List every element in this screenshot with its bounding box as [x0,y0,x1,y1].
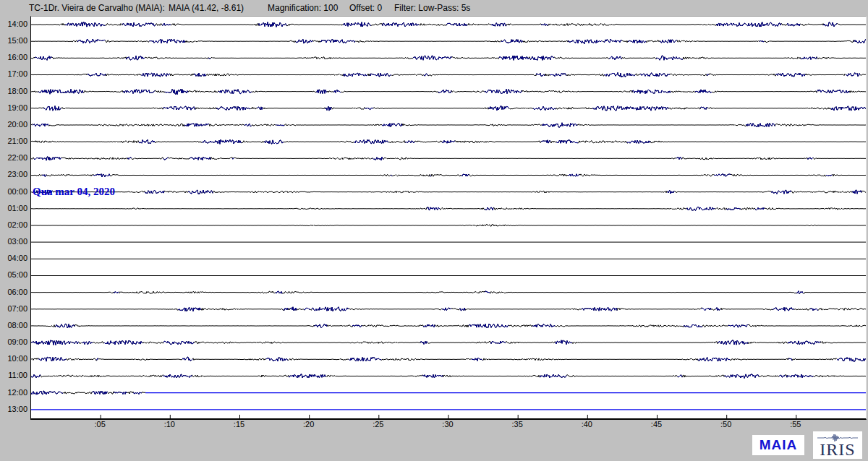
minute-tick-label: :30 [442,420,453,428]
station-title: TC-1Dr. Vieira de Carvalho (MAIA): [29,3,165,13]
time-label: 18:00 [7,87,27,95]
header-bar: TC-1Dr. Vieira de Carvalho (MAIA): MAIA … [0,0,868,16]
time-label: 04:00 [7,254,27,262]
maia-logo: MAIA [752,435,804,455]
maia-logo-text: MAIA [760,437,798,453]
filter-label: Filter: Low-Pass: 5s [394,3,470,13]
iris-logo: IRIS [813,431,862,459]
time-axis-labels: 14:0015:0016:0017:0018:0019:0020:0021:00… [0,0,29,461]
minute-tick-label: :40 [582,420,592,428]
time-label: 14:00 [7,20,27,28]
minute-tick-label: :35 [512,420,523,428]
time-label: 23:00 [7,170,27,178]
iris-logo-text: IRIS [820,441,855,458]
time-label: 12:00 [7,388,27,397]
seismograph-app-window: TC-1Dr. Vieira de Carvalho (MAIA): MAIA … [0,0,868,461]
time-label: 09:00 [7,337,27,346]
time-label: 19:00 [7,103,27,112]
time-label: 22:00 [7,153,27,162]
minute-tick-label: :50 [720,420,731,428]
time-label: 08:00 [7,321,27,329]
minute-tick-label: :25 [373,420,383,428]
minute-tick-label: :45 [651,420,662,428]
station-coordinates: MAIA (41.42, -8.61) [169,3,244,13]
time-label: 03:00 [7,237,27,246]
time-label: 00:00 [7,187,27,196]
minute-tick-label: :55 [790,420,801,428]
time-label: 17:00 [7,69,27,78]
seismogram-traces [31,17,866,418]
time-label: 13:00 [7,405,27,413]
minute-tick-label: :05 [95,420,106,428]
minute-tick-label: :10 [164,420,175,428]
time-label: 07:00 [7,304,27,313]
time-label: 10:00 [7,354,27,363]
time-label: 11:00 [8,371,27,379]
time-label: 01:00 [7,204,27,212]
helicorder-plot-area[interactable]: Qua mar 04, 2020 [30,16,867,420]
time-label: 15:00 [7,36,27,45]
time-label: 21:00 [7,137,27,145]
time-label: 20:00 [7,120,27,129]
offset-label: Offset: 0 [349,3,382,13]
time-label: 02:00 [7,220,27,229]
time-label: 06:00 [7,288,27,296]
minute-tick-label: :20 [303,420,314,428]
minute-tick-label: :15 [234,420,244,428]
time-label: 16:00 [7,53,27,61]
time-label: 05:00 [7,270,27,279]
magnification-label: Magnification: 100 [268,3,338,13]
